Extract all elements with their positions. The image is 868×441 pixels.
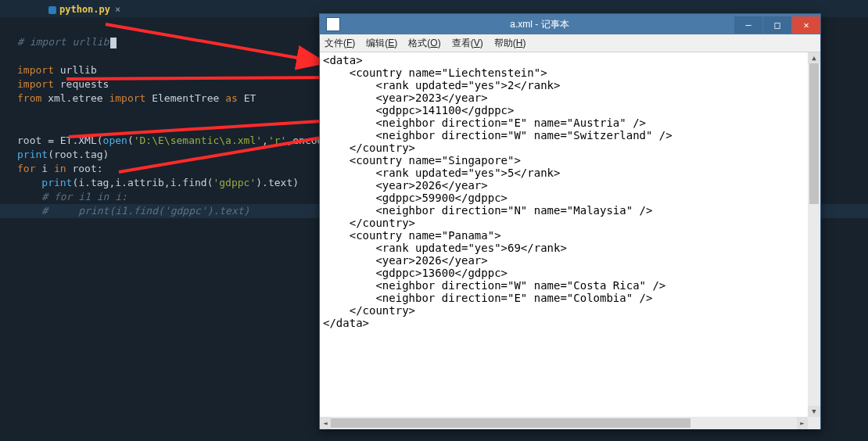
menu-file[interactable]: 文件(F) [325,37,355,50]
file-tab[interactable]: python.py× [42,2,127,17]
notepad-titlebar[interactable]: a.xml - 记事本 — □ ✕ [320,14,820,34]
menu-help[interactable]: 帮助(H) [494,37,526,50]
menu-view[interactable]: 查看(V) [452,37,483,50]
notepad-body[interactable]: <data> <country name="Liechtenstein"> <r… [320,52,820,429]
notepad-text[interactable]: <data> <country name="Liechtenstein"> <r… [323,54,673,329]
notepad-menubar[interactable]: 文件(F) 编辑(E) 格式(O) 查看(V) 帮助(H) [320,34,820,52]
notepad-title: a.xml - 记事本 [345,18,734,31]
maximize-button[interactable]: □ [763,16,791,34]
scroll-left-icon[interactable]: ◄ [320,417,331,429]
text-cursor [110,38,117,48]
scroll-up-icon[interactable]: ▲ [808,52,820,63]
notepad-window[interactable]: a.xml - 记事本 — □ ✕ 文件(F) 编辑(E) 格式(O) 查看(V… [319,13,821,429]
scroll-right-icon[interactable]: ► [797,417,808,429]
horizontal-scrollbar[interactable]: ◄ ► [320,417,808,429]
notepad-app-icon [326,17,340,31]
vertical-scrollbar[interactable]: ▲ ▼ [808,52,820,417]
tab-filename: python.py [59,4,110,15]
scrollbar-corner [808,417,820,429]
menu-edit[interactable]: 编辑(E) [366,37,397,50]
vertical-scroll-thumb[interactable] [809,63,819,204]
python-file-icon [48,6,56,14]
close-button[interactable]: ✕ [792,16,820,34]
scroll-down-icon[interactable]: ▼ [808,406,820,417]
menu-format[interactable]: 格式(O) [408,37,440,50]
minimize-button[interactable]: — [734,16,762,34]
horizontal-scroll-thumb[interactable] [331,418,690,428]
tab-close-icon[interactable]: × [115,4,120,15]
